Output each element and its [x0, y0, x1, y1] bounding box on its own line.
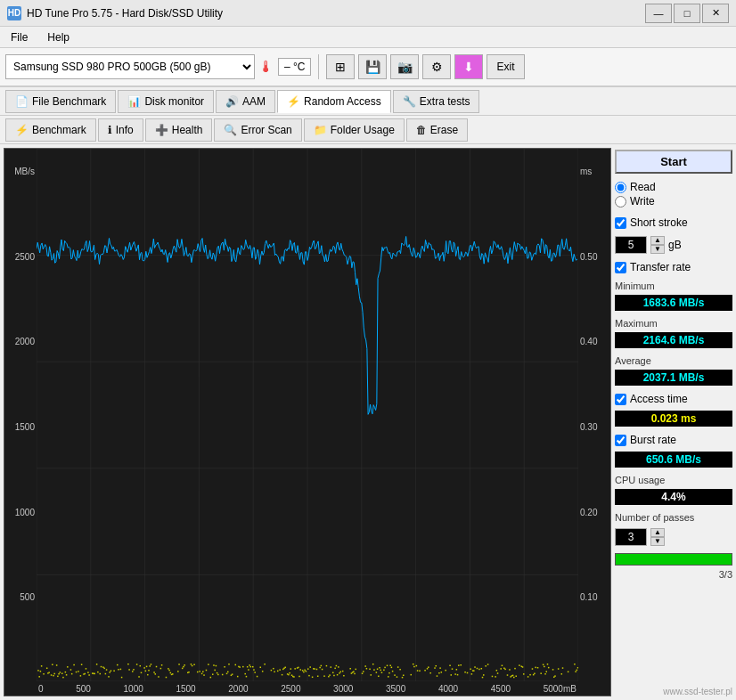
menu-bar: File Help — [0, 27, 736, 48]
tab-aam-label: AAM — [242, 95, 266, 108]
short-stroke-down-btn[interactable]: ▼ — [650, 245, 665, 254]
tab-benchmark-label: Benchmark — [32, 124, 86, 136]
short-stroke-unit: gB — [668, 239, 682, 251]
window-controls: — □ ✕ — [645, 4, 729, 23]
burst-rate-row: Burst rate — [615, 434, 732, 446]
benchmark-icon: ⚡ — [15, 124, 29, 136]
tab-error-scan-label: Error Scan — [241, 124, 291, 136]
toolbar-btn-download[interactable]: ⬇ — [454, 54, 483, 79]
start-button[interactable]: Start — [615, 150, 732, 174]
y2-axis: ms 0.50 0.40 0.30 0.20 0.10 — [578, 149, 610, 696]
maximize-button[interactable]: □ — [674, 4, 700, 23]
passes-spinner[interactable] — [615, 528, 647, 546]
short-stroke-spinner[interactable] — [615, 236, 647, 254]
access-time-row: Access time — [615, 393, 732, 405]
y2-label-ms: ms — [580, 167, 607, 176]
burst-rate-checkbox[interactable] — [615, 435, 626, 446]
tab-health-label: Health — [172, 124, 203, 136]
close-button[interactable]: ✕ — [702, 4, 729, 23]
erase-icon: 🗑 — [416, 124, 427, 136]
toolbar-separator-1 — [318, 54, 319, 79]
write-label: Write — [630, 195, 655, 208]
tab-error-scan[interactable]: 🔍 Error Scan — [214, 118, 301, 142]
tab-folder-usage-label: Folder Usage — [331, 124, 395, 136]
passes-up-btn[interactable]: ▲ — [650, 528, 665, 537]
tab-erase[interactable]: 🗑 Erase — [406, 118, 468, 142]
cpu-usage-label: CPU usage — [615, 475, 732, 485]
chart-canvas-container: 0 500 1000 1500 2000 2500 3000 3500 4000… — [37, 149, 578, 696]
maximum-label: Maximum — [615, 318, 732, 329]
short-stroke-checkbox[interactable] — [615, 217, 626, 229]
extra-tests-icon: 🔧 — [403, 95, 416, 108]
main-chart-canvas — [37, 149, 578, 681]
drive-select[interactable]: Samsung SSD 980 PRO 500GB (500 gB) — [5, 54, 255, 79]
tab-disk-monitor-label: Disk monitor — [144, 95, 204, 108]
toolbar: Samsung SSD 980 PRO 500GB (500 gB) 🌡 – °… — [0, 48, 736, 87]
tab-info[interactable]: ℹ Info — [98, 118, 143, 142]
passes-progress-text: 3/3 — [615, 569, 732, 580]
window-title: HD Tune Pro 5.75 - Hard Disk/SSD Utility — [27, 7, 223, 20]
access-time-value: 0.023 ms — [615, 411, 732, 427]
health-icon: ➕ — [155, 124, 168, 136]
exit-button[interactable]: Exit — [487, 54, 524, 79]
tab-extra-tests[interactable]: 🔧 Extra tests — [393, 90, 480, 113]
minimize-button[interactable]: — — [645, 4, 672, 23]
random-access-icon: ⚡ — [287, 95, 300, 108]
tab-folder-usage[interactable]: 📁 Folder Usage — [304, 118, 405, 142]
aam-icon: 🔊 — [225, 95, 239, 108]
tab-aam[interactable]: 🔊 AAM — [216, 90, 275, 113]
passes-progress-fill — [616, 554, 732, 565]
short-stroke-spinner-row: ▲ ▼ gB — [615, 236, 732, 254]
app-icon: HD — [7, 6, 21, 20]
transfer-rate-row: Transfer rate — [615, 261, 732, 273]
disk-monitor-icon: 📊 — [127, 95, 141, 108]
minimum-value: 1683.6 MB/s — [615, 295, 732, 311]
tab-file-benchmark[interactable]: 📄 File Benchmark — [5, 90, 116, 113]
tab-extra-tests-label: Extra tests — [420, 95, 470, 108]
error-scan-icon: 🔍 — [224, 124, 237, 136]
toolbar-btn-2[interactable]: 💾 — [358, 54, 387, 79]
transfer-rate-checkbox[interactable] — [615, 262, 626, 273]
toolbar-btn-1[interactable]: ⊞ — [326, 54, 355, 79]
tab-benchmark[interactable]: ⚡ Benchmark — [5, 118, 96, 142]
nav-row-2: ⚡ Benchmark ℹ Info ➕ Health 🔍 Error Scan… — [0, 116, 736, 144]
file-benchmark-icon: 📄 — [15, 95, 29, 108]
read-radio[interactable] — [615, 182, 626, 193]
menu-help[interactable]: Help — [42, 29, 75, 45]
short-stroke-label: Short stroke — [630, 216, 688, 229]
folder-usage-icon: 📁 — [314, 124, 327, 136]
read-radio-label[interactable]: Read — [615, 181, 732, 193]
main-content: MB/s 2500 2000 1500 1000 500 0 500 1000 … — [0, 144, 736, 700]
access-time-label: Access time — [630, 393, 688, 405]
tab-random-access[interactable]: ⚡ Random Access — [277, 90, 391, 113]
transfer-rate-label: Transfer rate — [630, 261, 691, 273]
temp-display: – °C — [278, 58, 311, 76]
menu-file[interactable]: File — [5, 29, 33, 45]
info-icon: ℹ — [108, 124, 112, 136]
passes-down-btn[interactable]: ▼ — [650, 537, 665, 546]
tab-disk-monitor[interactable]: 📊 Disk monitor — [118, 90, 214, 113]
tab-health[interactable]: ➕ Health — [145, 118, 213, 142]
maximum-value: 2164.6 MB/s — [615, 332, 732, 348]
y-label-mbs: MB/s — [6, 167, 35, 176]
nav-row-1: 📄 File Benchmark 📊 Disk monitor 🔊 AAM ⚡ … — [0, 87, 736, 116]
short-stroke-up-btn[interactable]: ▲ — [650, 236, 665, 245]
access-time-checkbox[interactable] — [615, 394, 626, 405]
read-label: Read — [630, 181, 656, 193]
x-axis: 0 500 1000 1500 2000 2500 3000 3500 4000… — [37, 681, 578, 696]
passes-progress-bar — [615, 553, 732, 566]
cpu-usage-value: 4.4% — [615, 489, 732, 505]
write-radio[interactable] — [615, 196, 626, 208]
chart-area: MB/s 2500 2000 1500 1000 500 0 500 1000 … — [4, 148, 611, 696]
write-radio-label[interactable]: Write — [615, 195, 732, 208]
tab-file-benchmark-label: File Benchmark — [32, 95, 106, 108]
toolbar-btn-4[interactable]: ⚙ — [422, 54, 451, 79]
toolbar-btn-3[interactable]: 📷 — [390, 54, 419, 79]
y-axis: MB/s 2500 2000 1500 1000 500 — [4, 149, 37, 696]
minimum-label: Minimum — [615, 281, 732, 291]
right-panel: Start Read Write Short stroke ▲ ▼ gB — [611, 144, 736, 700]
tab-info-label: Info — [116, 124, 134, 136]
burst-rate-label: Burst rate — [630, 434, 676, 446]
read-write-group: Read Write — [615, 181, 732, 208]
burst-rate-value: 650.6 MB/s — [615, 452, 732, 468]
